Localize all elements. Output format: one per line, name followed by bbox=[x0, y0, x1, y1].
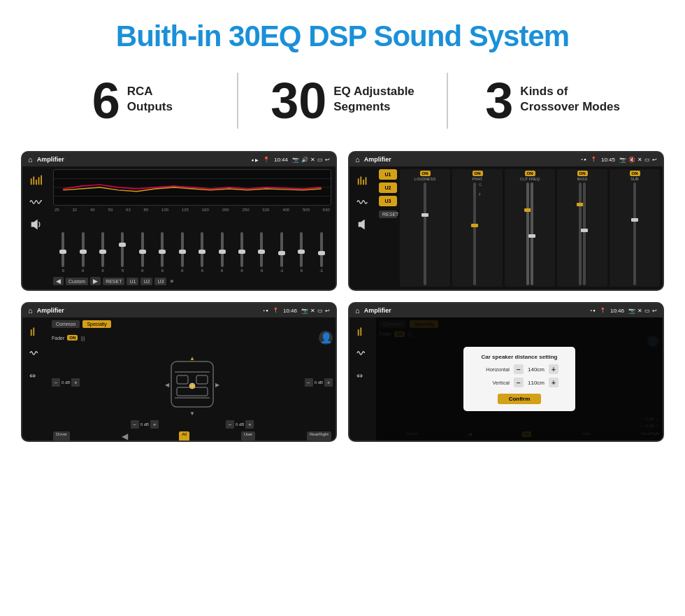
amp-dot-icons: ▪ ● bbox=[582, 157, 586, 162]
svg-rect-9 bbox=[358, 178, 359, 185]
bottom-nav-labels: Driver ◀ All User RearRight bbox=[52, 431, 333, 441]
crossover-arrows-icon[interactable]: ⇔ bbox=[27, 368, 45, 383]
left-rear-plus[interactable]: + bbox=[150, 420, 159, 429]
speaker-icon[interactable] bbox=[27, 217, 45, 232]
wave-icon[interactable] bbox=[27, 194, 45, 210]
bass-on-btn[interactable]: ON bbox=[577, 171, 588, 176]
amp-u1-preset[interactable]: U1 bbox=[379, 169, 397, 180]
vertical-plus[interactable]: + bbox=[549, 378, 558, 387]
eq-next-btn[interactable]: ▶ bbox=[90, 277, 101, 285]
eq-more-btn[interactable]: » bbox=[170, 278, 173, 285]
phat-values: G F bbox=[479, 182, 482, 285]
confirm-btn[interactable]: Confirm bbox=[498, 394, 542, 404]
left-front-minus[interactable]: − bbox=[52, 378, 60, 387]
left-rear-minus[interactable]: − bbox=[131, 420, 139, 429]
home-icon[interactable]: ⌂ bbox=[28, 155, 33, 164]
amp-eq-icon[interactable] bbox=[354, 172, 372, 187]
amp-channel-bass: ON BASS bbox=[557, 169, 607, 287]
eq-slider-12[interactable]: 0 bbox=[293, 232, 310, 273]
amp-speaker-icon[interactable] bbox=[354, 217, 372, 232]
crossover-home-icon[interactable]: ⌂ bbox=[28, 306, 33, 315]
distance-home-icon[interactable]: ⌂ bbox=[355, 306, 360, 315]
eq-slider-9[interactable]: 0 bbox=[233, 232, 250, 273]
eq-slider-7[interactable]: 0 bbox=[194, 232, 210, 273]
eq-left-sidebar bbox=[22, 166, 49, 289]
phat-slider[interactable] bbox=[473, 182, 476, 285]
stat-text-eq: EQ Adjustable Segments bbox=[333, 76, 414, 115]
amp-u3-preset[interactable]: U3 bbox=[379, 196, 397, 206]
stat-number-eq: 30 bbox=[271, 76, 326, 126]
eq-slider-3[interactable]: 5 bbox=[114, 232, 131, 273]
all-btn[interactable]: All bbox=[179, 431, 189, 441]
eq-slider-1[interactable]: 0 bbox=[74, 232, 91, 273]
page-header: Buith-in 30EQ DSP Sound System bbox=[0, 0, 685, 66]
svg-marker-5 bbox=[31, 220, 38, 229]
distance-left-sidebar: ⇔ bbox=[349, 317, 376, 440]
svg-text:▶: ▶ bbox=[215, 382, 220, 388]
left-front-plus[interactable]: + bbox=[71, 378, 80, 387]
distance-eq-icon[interactable] bbox=[354, 323, 372, 338]
specialty-tab[interactable]: Specialty bbox=[82, 320, 110, 328]
amp-channel-phat: ON PHAT G F bbox=[452, 169, 503, 287]
eq-slider-5[interactable]: 0 bbox=[154, 232, 171, 273]
user-btn[interactable]: User bbox=[241, 431, 256, 441]
loudness-slider[interactable] bbox=[424, 182, 426, 285]
slider-thumb-3 bbox=[119, 243, 126, 247]
amp-pin-icon: 📍 bbox=[591, 157, 597, 162]
right-rear-minus[interactable]: − bbox=[226, 420, 234, 429]
eq-slider-6[interactable]: 0 bbox=[174, 232, 191, 273]
eq-slider-10[interactable]: 0 bbox=[253, 232, 270, 273]
eq-custom-btn[interactable]: Custom bbox=[66, 278, 88, 285]
crossover-wave-icon[interactable] bbox=[27, 345, 45, 361]
eq-prev-btn[interactable]: ◀ bbox=[53, 277, 64, 285]
eq-slider-4[interactable]: 0 bbox=[134, 232, 151, 273]
eq-slider-0[interactable]: 0 bbox=[55, 232, 71, 273]
eq-u3-btn[interactable]: U3 bbox=[154, 278, 166, 285]
amp-reset-btn[interactable]: RESET bbox=[379, 210, 397, 218]
eq-u1-btn[interactable]: U1 bbox=[127, 278, 138, 285]
right-front-minus[interactable]: − bbox=[305, 378, 313, 387]
slider-track-7 bbox=[201, 232, 203, 267]
distance-wave-icon[interactable] bbox=[354, 345, 372, 361]
loudness-on-btn[interactable]: ON bbox=[420, 171, 431, 176]
cutfreq-on-btn[interactable]: ON bbox=[525, 171, 535, 176]
vertical-minus[interactable]: − bbox=[514, 378, 524, 387]
amp-screen-content: U1 U2 U3 RESET ON LOUDNESS bbox=[349, 166, 663, 289]
distance-arrows-icon[interactable]: ⇔ bbox=[354, 368, 372, 383]
stat-divider-1 bbox=[237, 73, 238, 129]
bass-slider2[interactable] bbox=[583, 182, 586, 285]
right-rear-plus[interactable]: + bbox=[245, 420, 254, 429]
horizontal-minus[interactable]: − bbox=[514, 364, 524, 374]
sub-on-btn[interactable]: ON bbox=[630, 171, 640, 176]
fader-on-btn[interactable]: ON bbox=[67, 335, 78, 341]
equalizer-icon[interactable] bbox=[27, 172, 45, 187]
right-front-plus[interactable]: + bbox=[324, 378, 333, 387]
bass-slider1[interactable] bbox=[579, 182, 582, 285]
modal-title: Car speaker distance setting bbox=[473, 354, 565, 360]
driver-btn[interactable]: Driver bbox=[53, 431, 70, 441]
sub-slider[interactable] bbox=[633, 182, 636, 285]
amp-wave-icon[interactable] bbox=[354, 194, 372, 210]
svg-text:⇔: ⇔ bbox=[29, 371, 36, 380]
svg-rect-15 bbox=[33, 328, 34, 336]
eq-reset-btn[interactable]: RESET bbox=[103, 278, 124, 285]
crossover-eq-icon[interactable] bbox=[27, 323, 45, 338]
amp-u2-preset[interactable]: U2 bbox=[379, 182, 397, 193]
amp-home-icon[interactable]: ⌂ bbox=[355, 155, 360, 164]
svg-text:▼: ▼ bbox=[189, 410, 195, 417]
vertical-value: 110cm bbox=[526, 380, 547, 386]
eq-slider-11[interactable]: -1 bbox=[273, 232, 290, 273]
cutfreq-slider2[interactable] bbox=[531, 182, 533, 285]
phat-on-btn[interactable]: ON bbox=[473, 171, 483, 176]
eq-slider-2[interactable]: 0 bbox=[94, 232, 111, 273]
eq-status-icons: 📷 🔊 ✕ ▭ ↩ bbox=[292, 157, 330, 163]
eq-u2-btn[interactable]: U2 bbox=[140, 278, 152, 285]
common-tab[interactable]: Common bbox=[52, 320, 80, 328]
slider-thumb-8 bbox=[219, 250, 226, 254]
svg-marker-13 bbox=[359, 220, 365, 229]
rearright-btn[interactable]: RearRight bbox=[307, 431, 331, 441]
crossover-screenshot: ⌂ Amplifier ▪ ● 📍 10:46 📷 ✕ ▭ ↩ ⇔ bbox=[21, 302, 337, 442]
eq-slider-8[interactable]: 0 bbox=[213, 232, 230, 273]
horizontal-plus[interactable]: + bbox=[549, 364, 558, 374]
eq-slider-13[interactable]: -1 bbox=[312, 232, 329, 273]
